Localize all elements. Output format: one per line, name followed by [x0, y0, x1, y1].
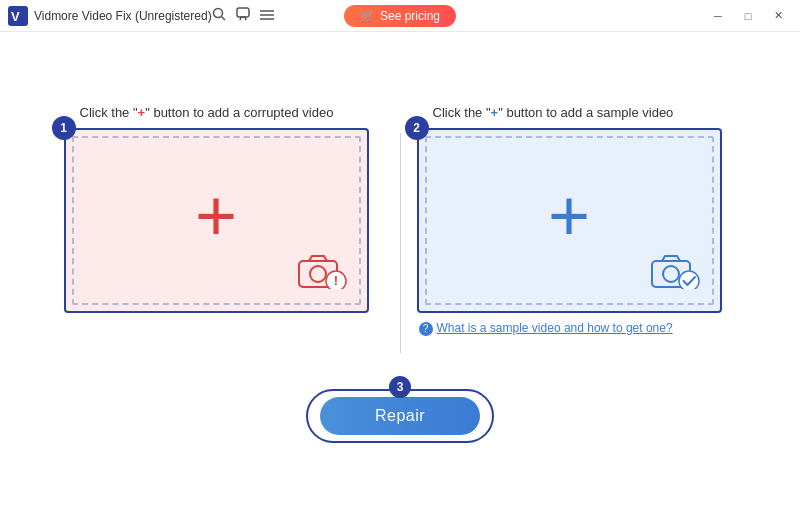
titlebar: V Vidmore Video Fix (Unregistered) 🛒 See… — [0, 0, 800, 32]
badge-3: 3 — [389, 376, 411, 398]
left-panel-container: 1 + — [64, 128, 369, 313]
panel-divider — [400, 133, 401, 353]
sample-camera-icon — [648, 251, 700, 293]
badge-1: 1 — [52, 116, 76, 140]
app-title: Vidmore Video Fix (Unregistered) — [34, 9, 212, 23]
chat-icon[interactable] — [236, 7, 250, 24]
left-plus-icon: + — [195, 179, 237, 251]
app-logo: V Vidmore Video Fix (Unregistered) — [8, 6, 212, 26]
app-logo-icon: V — [8, 6, 28, 26]
repair-button[interactable]: Repair — [320, 397, 480, 435]
add-corrupted-video-button[interactable]: + ! — [64, 128, 369, 313]
right-plus-icon: + — [548, 179, 590, 251]
left-instruction: Click the "+" button to add a corrupted … — [64, 105, 334, 120]
svg-rect-4 — [237, 8, 249, 17]
repair-row: 3 Repair — [306, 389, 494, 443]
svg-point-2 — [213, 9, 222, 18]
search-icon[interactable] — [212, 7, 226, 24]
svg-point-14 — [679, 271, 699, 289]
right-plus-highlight: + — [491, 105, 499, 120]
left-plus-highlight: + — [138, 105, 146, 120]
main-content: Click the "+" button to add a corrupted … — [0, 32, 800, 515]
pricing-label: See pricing — [380, 9, 440, 23]
svg-point-9 — [310, 266, 326, 282]
svg-text:V: V — [11, 9, 20, 24]
svg-point-13 — [663, 266, 679, 282]
toolbar-icons — [212, 7, 274, 24]
question-badge-icon: ? — [419, 322, 433, 336]
panels-row: Click the "+" button to add a corrupted … — [20, 105, 780, 353]
corrupted-video-panel: Click the "+" button to add a corrupted … — [64, 105, 384, 313]
maximize-button[interactable]: □ — [734, 6, 762, 26]
sample-video-help-text: What is a sample video and how to get on… — [437, 321, 673, 335]
menu-icon[interactable] — [260, 8, 274, 24]
add-sample-video-button[interactable]: + — [417, 128, 722, 313]
corrupted-camera-icon: ! — [295, 251, 347, 293]
minimize-button[interactable]: ─ — [704, 6, 732, 26]
svg-text:!: ! — [333, 273, 337, 288]
close-button[interactable]: ✕ — [764, 6, 792, 26]
sample-video-panel: Click the "+" button to add a sample vid… — [417, 105, 737, 336]
window-controls: ─ □ ✕ — [704, 6, 792, 26]
right-instruction: Click the "+" button to add a sample vid… — [417, 105, 674, 120]
right-panel-container: 2 + — [417, 128, 722, 313]
pricing-button[interactable]: 🛒 See pricing — [344, 5, 456, 27]
cart-icon: 🛒 — [360, 9, 375, 23]
sample-video-help-link[interactable]: ? What is a sample video and how to get … — [417, 321, 673, 336]
svg-line-3 — [221, 17, 225, 21]
badge-2: 2 — [405, 116, 429, 140]
